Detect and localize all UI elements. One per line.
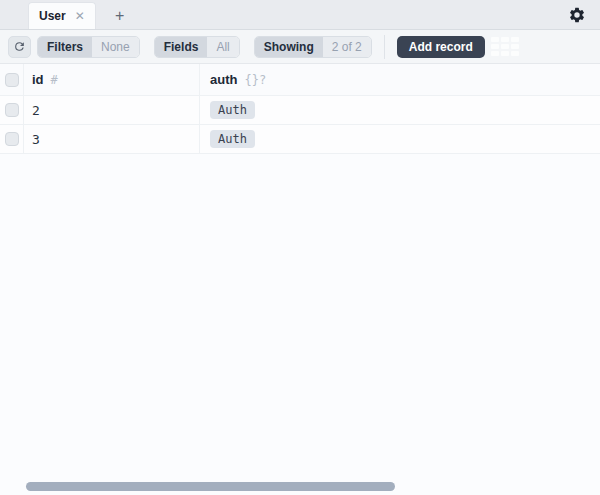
add-record-button[interactable]: Add record [397,36,485,58]
fields-value: All [207,37,238,57]
int-type-icon: # [51,73,58,87]
settings-button[interactable] [568,6,586,24]
id-cell[interactable]: 2 [24,96,200,124]
fields-control[interactable]: Fields All [154,36,240,58]
showing-control[interactable]: Showing 2 of 2 [254,36,372,58]
row-checkbox[interactable] [5,103,19,117]
plus-icon: + [115,7,124,25]
select-all-checkbox[interactable] [5,73,19,87]
row-checkbox-cell [0,96,24,124]
tab-user[interactable]: User ✕ [28,2,96,29]
row-checkbox[interactable] [5,132,19,146]
close-icon[interactable]: ✕ [75,10,85,22]
ghost-table-grid-icon [491,37,519,56]
table-header-row: id # auth {}? [0,64,600,96]
auth-cell[interactable]: Auth [200,125,600,153]
auth-relation-badge[interactable]: Auth [210,130,255,148]
filters-label: Filters [38,37,92,57]
fields-label: Fields [155,37,208,57]
id-cell[interactable]: 3 [24,125,200,153]
new-tab-button[interactable]: + [108,2,132,29]
column-name: auth [210,72,237,87]
refresh-icon [13,40,26,53]
toolbar: Filters None Fields All Showing 2 of 2 A… [0,30,600,64]
id-value: 2 [32,103,40,118]
toolbar-divider [384,35,385,59]
column-header-id[interactable]: id # [24,64,200,95]
showing-label: Showing [255,37,323,57]
column-name: id [32,72,44,87]
gear-icon [568,6,586,24]
column-header-auth[interactable]: auth {}? [200,64,600,95]
header-checkbox-cell [0,64,24,95]
horizontal-scrollbar-thumb[interactable] [26,482,395,491]
filters-control[interactable]: Filters None [37,36,140,58]
table-body: 2 Auth 3 Auth [0,96,600,154]
showing-count: 2 of 2 [323,37,371,57]
id-value: 3 [32,132,40,147]
refresh-button[interactable] [8,36,31,58]
row-checkbox-cell [0,125,24,153]
app-window: User ✕ + Filters None Fields All Showing… [0,0,600,495]
auth-relation-badge[interactable]: Auth [210,101,255,119]
table-row[interactable]: 3 Auth [0,125,600,154]
auth-cell[interactable]: Auth [200,96,600,124]
tab-bar: User ✕ + [0,0,600,30]
tab-user-label: User [39,9,66,23]
filters-value: None [92,37,139,57]
object-optional-type-icon: {}? [244,73,266,87]
data-grid: id # auth {}? 2 Auth 3 [0,64,600,154]
table-row[interactable]: 2 Auth [0,96,600,125]
